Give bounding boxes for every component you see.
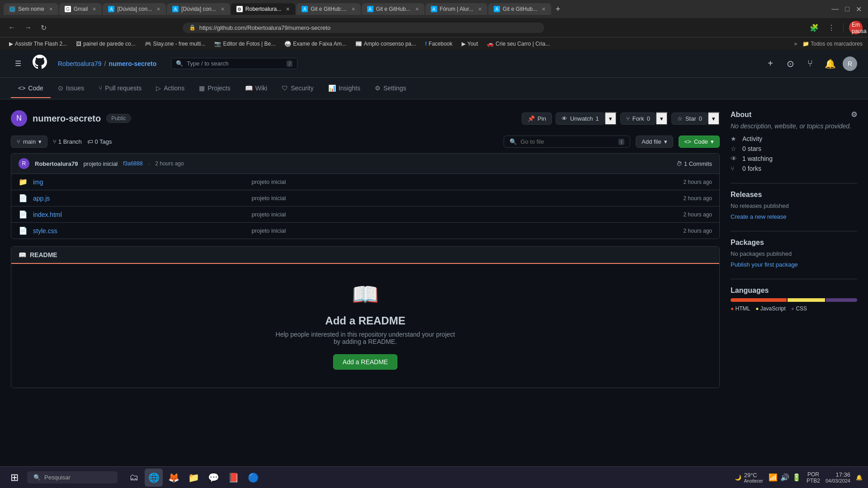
bookmark-exame[interactable]: 🥋 Exame de Faixa Am...	[281, 40, 349, 48]
plus-button[interactable]: +	[763, 56, 778, 71]
commit-user[interactable]: Robertoalura79	[35, 160, 78, 167]
taskbar-clock[interactable]: 17:36 04/03/2024	[826, 471, 850, 483]
taskbar-app-browser[interactable]: 🌐	[145, 469, 163, 487]
stat-stars[interactable]: ☆ 0 stars	[731, 145, 857, 152]
file-name-appjs[interactable]: app.js	[33, 195, 246, 202]
tab-close-5[interactable]: ✕	[286, 6, 290, 12]
bookmark-yout[interactable]: ▶ Yout	[458, 40, 482, 48]
tab-close-6[interactable]: ✕	[351, 6, 355, 12]
nav-wiki[interactable]: 📖 Wiki	[238, 79, 274, 98]
tags-link[interactable]: 🏷 0 Tags	[87, 138, 112, 145]
notification-button[interactable]: 🔔	[823, 56, 837, 71]
add-readme-button[interactable]: Add a README	[333, 354, 397, 370]
back-button[interactable]: ←	[5, 23, 18, 33]
bookmarks-folder[interactable]: 📁 Todos os marcadores	[802, 41, 863, 47]
browser-tab-6[interactable]: A Git e GitHub:... ✕	[296, 3, 360, 15]
tab-close-1[interactable]: ✕	[49, 6, 53, 12]
hamburger-menu[interactable]: ☰	[11, 56, 25, 71]
browser-tab-3[interactable]: A [Dúvida] con... ✕	[103, 3, 166, 15]
taskbar-app-vscode[interactable]: 🔵	[244, 469, 262, 487]
nav-insights[interactable]: 📊 Insights	[321, 79, 368, 98]
tab-close-8[interactable]: ✕	[478, 6, 482, 12]
stat-watching[interactable]: 👁 1 watching	[731, 155, 857, 162]
bookmark-amplo[interactable]: 📰 Amplo consenso pa...	[352, 40, 420, 48]
new-tab-button[interactable]: +	[552, 5, 564, 14]
stat-forks[interactable]: ⑂ 0 forks	[731, 165, 857, 172]
start-button[interactable]: ⊞	[5, 469, 24, 487]
taskbar-app-acrobat[interactable]: 📕	[224, 469, 242, 487]
close-window-button[interactable]: ✕	[853, 4, 864, 14]
nav-actions[interactable]: ▷ Actions	[149, 79, 192, 98]
pin-button[interactable]: 📌 Pin	[522, 113, 552, 125]
address-input[interactable]	[199, 24, 538, 31]
refresh-button[interactable]: ↻	[38, 23, 49, 33]
volume-icon[interactable]: 🔊	[780, 473, 789, 482]
taskbar-search[interactable]: 🔍 Pesquisar	[27, 471, 118, 483]
star-button[interactable]: ☆ Star 0	[671, 113, 708, 125]
github-logo[interactable]	[33, 55, 47, 72]
bookmark-carro[interactable]: 🚗 Crie seu Carro | Cria...	[483, 40, 553, 48]
minimize-button[interactable]: —	[829, 4, 841, 14]
tab-close-2[interactable]: ✕	[92, 6, 96, 12]
tab-close-3[interactable]: ✕	[156, 6, 160, 12]
about-settings-icon[interactable]: ⚙	[851, 110, 857, 119]
wifi-icon[interactable]: 📶	[769, 473, 778, 482]
tab-close-9[interactable]: ✕	[542, 6, 546, 12]
bookmark-flash[interactable]: ▶ Assistir The Flash 2...	[5, 40, 71, 48]
browser-tab-7[interactable]: A Git e GitHub... ✕	[362, 3, 425, 15]
bookmarks-more[interactable]: »	[794, 41, 797, 47]
browser-tab-2[interactable]: G Gmail ✕	[59, 3, 102, 15]
breadcrumb-user[interactable]: Robertoalura79	[58, 60, 102, 67]
create-release-link[interactable]: Create a new release	[731, 213, 787, 220]
bookmark-parede[interactable]: 🖼 painel de parede co...	[72, 40, 139, 48]
extensions-button[interactable]: 🧩	[807, 23, 821, 33]
browser-tab-5[interactable]: ⚙ Robertoalura... ✕	[231, 3, 295, 15]
code-button[interactable]: <> Code ▾	[679, 136, 720, 148]
taskbar-language[interactable]: POR PTB2	[807, 471, 820, 484]
commit-hash[interactable]: f3a6888	[123, 160, 142, 167]
branch-selector[interactable]: ⑂ main ▾	[11, 136, 47, 148]
forward-button[interactable]: →	[22, 23, 34, 33]
file-search-input[interactable]	[520, 138, 615, 145]
branches-link[interactable]: ⑂ 1 Branch	[53, 138, 82, 145]
taskbar-app-chat[interactable]: 💬	[204, 469, 222, 487]
watch-button[interactable]: 👁 Unwatch 1	[556, 113, 605, 125]
file-search[interactable]: 🔍 t	[504, 136, 630, 148]
nav-projects[interactable]: ▦ Projects	[192, 79, 238, 98]
profile-button[interactable]: Em pausa	[849, 21, 863, 34]
address-bar[interactable]: 🔒	[183, 23, 544, 33]
file-name-img[interactable]: img	[33, 178, 246, 186]
nav-issues[interactable]: ⊙ Issues	[51, 79, 91, 98]
nav-security[interactable]: 🛡 Security	[274, 79, 321, 98]
browser-tab-4[interactable]: A [Dúvida] con... ✕	[167, 3, 230, 15]
nav-pullrequests[interactable]: ⑂ Pull requests	[91, 79, 149, 98]
nav-code[interactable]: <> Code	[11, 79, 51, 98]
browser-tab-9[interactable]: A Git e GitHub... ✕	[488, 3, 551, 15]
taskbar-app-files[interactable]: 🗂	[125, 469, 143, 487]
add-file-button[interactable]: Add file ▾	[636, 136, 673, 148]
file-name-indexhtml[interactable]: index.html	[33, 211, 246, 218]
star-dropdown[interactable]: ▾	[708, 112, 720, 125]
taskbar-app-explorer[interactable]: 📁	[184, 469, 203, 487]
fork-button[interactable]: ⑂ Fork 0	[620, 113, 656, 125]
publish-package-link[interactable]: Publish your first package	[731, 261, 798, 268]
breadcrumb-repo[interactable]: numero-secreto	[108, 60, 156, 67]
browser-tab-8[interactable]: A Fórum | Alur... ✕	[425, 3, 487, 15]
user-avatar[interactable]: R	[843, 56, 857, 71]
pullreq-button[interactable]: ⑂	[803, 56, 817, 71]
fork-dropdown[interactable]: ▾	[656, 112, 668, 125]
commits-link[interactable]: ⏱ 1 Commits	[676, 160, 712, 167]
file-name-stylecss[interactable]: style.css	[33, 227, 246, 235]
tab-close-7[interactable]: ✕	[415, 6, 419, 12]
watch-dropdown[interactable]: ▾	[605, 112, 617, 125]
maximize-button[interactable]: □	[842, 4, 852, 14]
issues-button[interactable]: ⊙	[783, 56, 797, 71]
tab-close-4[interactable]: ✕	[221, 6, 225, 12]
bookmark-editor[interactable]: 📷 Editor de Fotos | Be...	[211, 40, 279, 48]
battery-icon[interactable]: 🔋	[792, 473, 801, 482]
notification-center-icon[interactable]: 🔔	[856, 474, 863, 481]
taskbar-app-edge[interactable]: 🦊	[165, 469, 183, 487]
bookmark-slay[interactable]: 🎮 Slay.one - free multi...	[141, 40, 209, 48]
bookmark-facebook[interactable]: f Facebook	[421, 40, 456, 48]
browser-menu-button[interactable]: ⋮	[825, 23, 838, 33]
